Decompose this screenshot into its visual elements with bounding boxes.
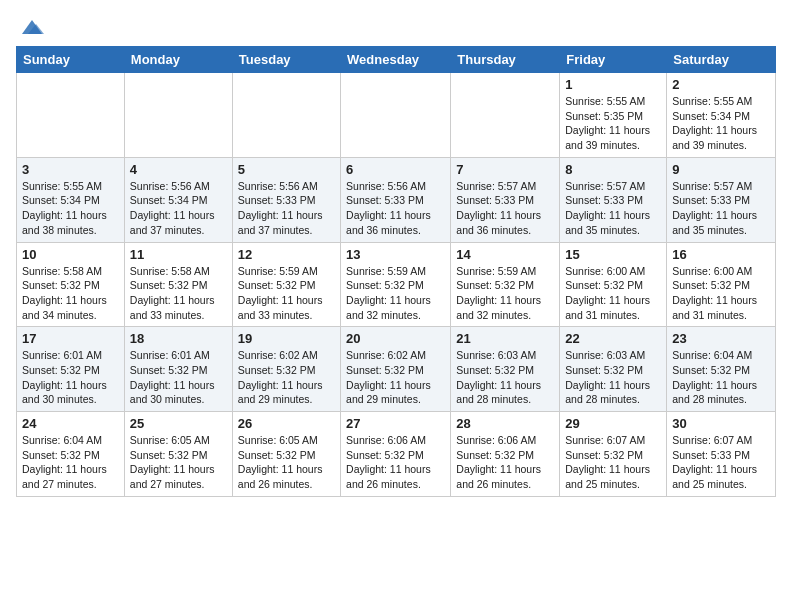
day-number: 1 [565,77,661,92]
calendar-week-row: 10Sunrise: 5:58 AMSunset: 5:32 PMDayligh… [17,242,776,327]
calendar-cell: 9Sunrise: 5:57 AMSunset: 5:33 PMDaylight… [667,157,776,242]
calendar-cell: 29Sunrise: 6:07 AMSunset: 5:32 PMDayligh… [560,412,667,497]
calendar-table: SundayMondayTuesdayWednesdayThursdayFrid… [16,46,776,497]
day-number: 4 [130,162,227,177]
page-header [16,16,776,38]
calendar-cell: 1Sunrise: 5:55 AMSunset: 5:35 PMDaylight… [560,73,667,158]
day-number: 3 [22,162,119,177]
day-info: Sunrise: 5:58 AMSunset: 5:32 PMDaylight:… [130,264,227,323]
day-info: Sunrise: 6:07 AMSunset: 5:33 PMDaylight:… [672,433,770,492]
calendar-cell: 26Sunrise: 6:05 AMSunset: 5:32 PMDayligh… [232,412,340,497]
day-info: Sunrise: 5:58 AMSunset: 5:32 PMDaylight:… [22,264,119,323]
calendar-cell: 27Sunrise: 6:06 AMSunset: 5:32 PMDayligh… [341,412,451,497]
calendar-week-row: 1Sunrise: 5:55 AMSunset: 5:35 PMDaylight… [17,73,776,158]
day-number: 30 [672,416,770,431]
day-number: 6 [346,162,445,177]
day-info: Sunrise: 5:59 AMSunset: 5:32 PMDaylight:… [456,264,554,323]
day-header-sunday: Sunday [17,47,125,73]
calendar-cell: 8Sunrise: 5:57 AMSunset: 5:33 PMDaylight… [560,157,667,242]
day-info: Sunrise: 6:06 AMSunset: 5:32 PMDaylight:… [346,433,445,492]
day-info: Sunrise: 6:07 AMSunset: 5:32 PMDaylight:… [565,433,661,492]
day-header-monday: Monday [124,47,232,73]
calendar-cell: 14Sunrise: 5:59 AMSunset: 5:32 PMDayligh… [451,242,560,327]
calendar-cell: 21Sunrise: 6:03 AMSunset: 5:32 PMDayligh… [451,327,560,412]
day-info: Sunrise: 5:56 AMSunset: 5:34 PMDaylight:… [130,179,227,238]
calendar-cell [17,73,125,158]
day-info: Sunrise: 6:05 AMSunset: 5:32 PMDaylight:… [130,433,227,492]
day-number: 2 [672,77,770,92]
day-info: Sunrise: 6:02 AMSunset: 5:32 PMDaylight:… [346,348,445,407]
calendar-cell: 30Sunrise: 6:07 AMSunset: 5:33 PMDayligh… [667,412,776,497]
calendar-cell: 13Sunrise: 5:59 AMSunset: 5:32 PMDayligh… [341,242,451,327]
day-number: 18 [130,331,227,346]
day-info: Sunrise: 6:04 AMSunset: 5:32 PMDaylight:… [22,433,119,492]
calendar-cell [341,73,451,158]
calendar-cell: 23Sunrise: 6:04 AMSunset: 5:32 PMDayligh… [667,327,776,412]
day-number: 25 [130,416,227,431]
day-info: Sunrise: 5:59 AMSunset: 5:32 PMDaylight:… [238,264,335,323]
calendar-cell: 4Sunrise: 5:56 AMSunset: 5:34 PMDaylight… [124,157,232,242]
day-header-thursday: Thursday [451,47,560,73]
day-header-friday: Friday [560,47,667,73]
day-number: 27 [346,416,445,431]
day-info: Sunrise: 5:57 AMSunset: 5:33 PMDaylight:… [565,179,661,238]
day-info: Sunrise: 5:55 AMSunset: 5:35 PMDaylight:… [565,94,661,153]
calendar-cell: 10Sunrise: 5:58 AMSunset: 5:32 PMDayligh… [17,242,125,327]
day-info: Sunrise: 5:55 AMSunset: 5:34 PMDaylight:… [22,179,119,238]
calendar-cell: 24Sunrise: 6:04 AMSunset: 5:32 PMDayligh… [17,412,125,497]
logo [16,16,46,38]
day-info: Sunrise: 5:57 AMSunset: 5:33 PMDaylight:… [456,179,554,238]
calendar-cell: 2Sunrise: 5:55 AMSunset: 5:34 PMDaylight… [667,73,776,158]
day-info: Sunrise: 5:57 AMSunset: 5:33 PMDaylight:… [672,179,770,238]
day-number: 10 [22,247,119,262]
calendar-cell: 5Sunrise: 5:56 AMSunset: 5:33 PMDaylight… [232,157,340,242]
day-info: Sunrise: 6:04 AMSunset: 5:32 PMDaylight:… [672,348,770,407]
day-number: 28 [456,416,554,431]
day-info: Sunrise: 6:02 AMSunset: 5:32 PMDaylight:… [238,348,335,407]
calendar-cell [451,73,560,158]
day-info: Sunrise: 5:56 AMSunset: 5:33 PMDaylight:… [238,179,335,238]
day-number: 11 [130,247,227,262]
calendar-cell [124,73,232,158]
calendar-cell: 12Sunrise: 5:59 AMSunset: 5:32 PMDayligh… [232,242,340,327]
day-number: 19 [238,331,335,346]
day-info: Sunrise: 5:59 AMSunset: 5:32 PMDaylight:… [346,264,445,323]
day-info: Sunrise: 6:00 AMSunset: 5:32 PMDaylight:… [565,264,661,323]
day-number: 29 [565,416,661,431]
day-number: 12 [238,247,335,262]
calendar-cell: 19Sunrise: 6:02 AMSunset: 5:32 PMDayligh… [232,327,340,412]
day-header-wednesday: Wednesday [341,47,451,73]
day-info: Sunrise: 5:56 AMSunset: 5:33 PMDaylight:… [346,179,445,238]
day-number: 5 [238,162,335,177]
calendar-cell: 18Sunrise: 6:01 AMSunset: 5:32 PMDayligh… [124,327,232,412]
day-number: 22 [565,331,661,346]
calendar-cell: 28Sunrise: 6:06 AMSunset: 5:32 PMDayligh… [451,412,560,497]
day-info: Sunrise: 6:03 AMSunset: 5:32 PMDaylight:… [565,348,661,407]
calendar-cell: 20Sunrise: 6:02 AMSunset: 5:32 PMDayligh… [341,327,451,412]
calendar-cell: 11Sunrise: 5:58 AMSunset: 5:32 PMDayligh… [124,242,232,327]
day-number: 7 [456,162,554,177]
day-info: Sunrise: 6:03 AMSunset: 5:32 PMDaylight:… [456,348,554,407]
day-info: Sunrise: 6:01 AMSunset: 5:32 PMDaylight:… [22,348,119,407]
calendar-week-row: 24Sunrise: 6:04 AMSunset: 5:32 PMDayligh… [17,412,776,497]
day-number: 9 [672,162,770,177]
calendar-cell: 15Sunrise: 6:00 AMSunset: 5:32 PMDayligh… [560,242,667,327]
day-number: 21 [456,331,554,346]
calendar-cell: 16Sunrise: 6:00 AMSunset: 5:32 PMDayligh… [667,242,776,327]
calendar-cell: 17Sunrise: 6:01 AMSunset: 5:32 PMDayligh… [17,327,125,412]
calendar-cell [232,73,340,158]
day-number: 23 [672,331,770,346]
day-number: 14 [456,247,554,262]
calendar-cell: 7Sunrise: 5:57 AMSunset: 5:33 PMDaylight… [451,157,560,242]
day-info: Sunrise: 6:06 AMSunset: 5:32 PMDaylight:… [456,433,554,492]
day-number: 26 [238,416,335,431]
day-header-saturday: Saturday [667,47,776,73]
day-info: Sunrise: 6:05 AMSunset: 5:32 PMDaylight:… [238,433,335,492]
day-info: Sunrise: 5:55 AMSunset: 5:34 PMDaylight:… [672,94,770,153]
day-number: 15 [565,247,661,262]
calendar-cell: 22Sunrise: 6:03 AMSunset: 5:32 PMDayligh… [560,327,667,412]
calendar-cell: 6Sunrise: 5:56 AMSunset: 5:33 PMDaylight… [341,157,451,242]
day-info: Sunrise: 6:01 AMSunset: 5:32 PMDaylight:… [130,348,227,407]
logo-icon [18,16,46,38]
calendar-week-row: 17Sunrise: 6:01 AMSunset: 5:32 PMDayligh… [17,327,776,412]
